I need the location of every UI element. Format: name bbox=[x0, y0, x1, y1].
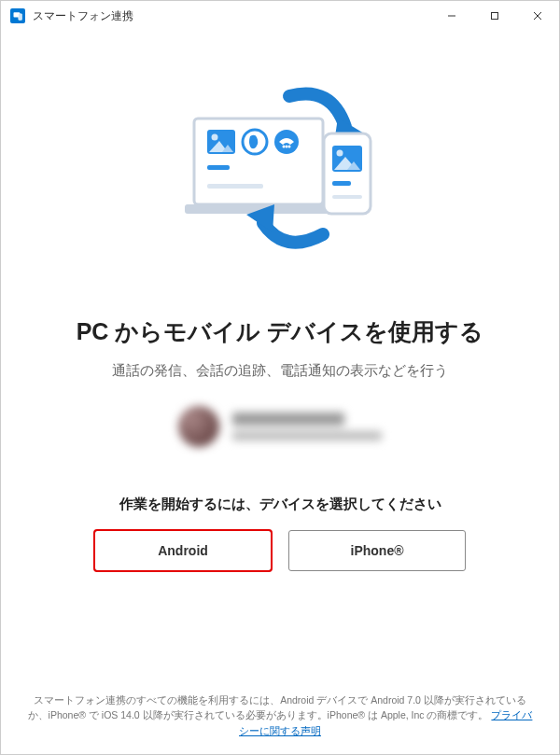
footer-text: スマートフォン連携のすべての機能を利用するには、Android デバイスで An… bbox=[28, 694, 526, 721]
avatar bbox=[178, 406, 219, 447]
maximize-button[interactable] bbox=[473, 1, 516, 31]
close-button[interactable] bbox=[516, 1, 559, 31]
account-name bbox=[232, 412, 344, 426]
svg-point-10 bbox=[212, 134, 218, 141]
svg-rect-1 bbox=[19, 14, 22, 21]
window-title: スマートフォン連携 bbox=[33, 8, 133, 24]
iphone-button[interactable]: iPhone® bbox=[288, 530, 466, 571]
app-icon bbox=[10, 8, 25, 23]
main-content: PC からモバイル デバイスを使用する 通話の発信、会話の追跡、電話通知の表示な… bbox=[1, 31, 559, 754]
titlebar: スマートフォン連携 bbox=[1, 1, 559, 31]
device-buttons: Android iPhone® bbox=[94, 530, 466, 571]
page-subtitle: 通話の発信、会話の追跡、電話通知の表示などを行う bbox=[112, 362, 448, 380]
minimize-button[interactable] bbox=[430, 1, 473, 31]
svg-rect-20 bbox=[324, 133, 371, 214]
footer: スマートフォン連携のすべての機能を利用するには、Android デバイスで An… bbox=[1, 692, 559, 739]
hero-illustration bbox=[177, 76, 383, 244]
account-text bbox=[232, 412, 382, 440]
android-button[interactable]: Android bbox=[94, 530, 272, 571]
page-heading: PC からモバイル デバイスを使用する bbox=[77, 316, 484, 347]
svg-point-17 bbox=[288, 146, 291, 148]
svg-point-16 bbox=[286, 146, 288, 148]
svg-rect-18 bbox=[207, 165, 230, 170]
svg-point-15 bbox=[283, 146, 286, 148]
svg-point-22 bbox=[337, 150, 343, 157]
svg-rect-26 bbox=[332, 195, 362, 199]
svg-rect-3 bbox=[492, 13, 498, 20]
window-controls bbox=[430, 1, 559, 31]
svg-rect-19 bbox=[207, 184, 263, 189]
device-select-prompt: 作業を開始するには、デバイスを選択してください bbox=[119, 496, 441, 513]
svg-rect-25 bbox=[332, 181, 351, 186]
account-email bbox=[232, 431, 382, 440]
account-info bbox=[178, 406, 382, 447]
